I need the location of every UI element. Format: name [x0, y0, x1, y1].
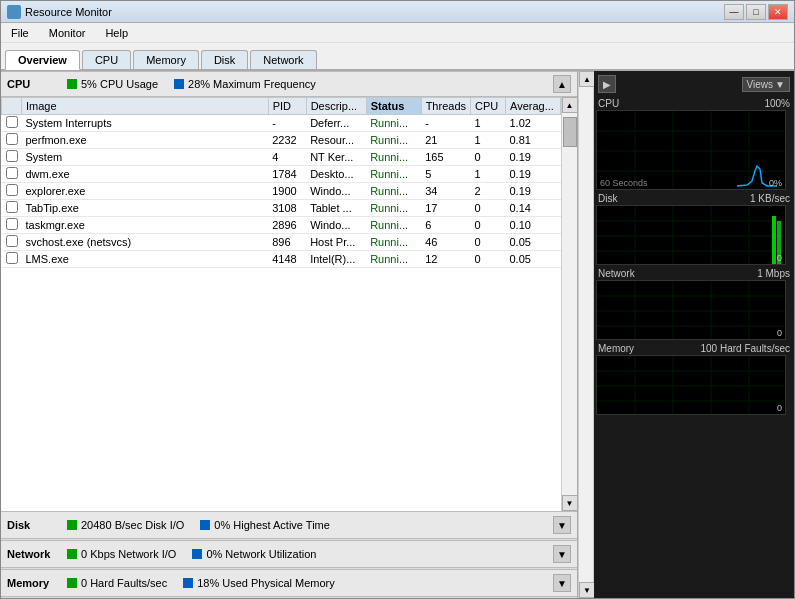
- col-status[interactable]: Status: [366, 98, 421, 115]
- cpu-stats: 5% CPU Usage 28% Maximum Frequency: [67, 78, 553, 90]
- right-panel: ▶ Views ▼ CPU 100%: [594, 71, 794, 598]
- maximize-button[interactable]: □: [746, 4, 766, 20]
- cpu-stat2-text: 28% Maximum Frequency: [188, 78, 316, 90]
- window-title: Resource Monitor: [25, 6, 112, 18]
- main-scroll-track: [579, 87, 593, 582]
- memory-stat2-dot: [183, 578, 193, 588]
- main-window: Resource Monitor — □ ✕ File Monitor Help…: [0, 0, 795, 599]
- cpu-expand-button[interactable]: ▲: [553, 75, 571, 93]
- disk-section: Disk 20480 B/sec Disk I/O 0% Highest Act…: [1, 511, 577, 540]
- memory-stat1-text: 0 Hard Faults/sec: [81, 577, 167, 589]
- scroll-up[interactable]: ▲: [562, 97, 578, 113]
- network-section-header[interactable]: Network 0 Kbps Network I/O 0% Network Ut…: [1, 540, 577, 568]
- network-graph-label: Network: [598, 268, 635, 279]
- memory-section-header[interactable]: Memory 0 Hard Faults/sec 18% Used Physic…: [1, 569, 577, 597]
- col-threads[interactable]: Threads: [421, 98, 470, 115]
- scroll-thumb[interactable]: [563, 117, 577, 147]
- menu-help[interactable]: Help: [99, 25, 134, 41]
- cpu-stat1-text: 5% CPU Usage: [81, 78, 158, 90]
- memory-stats: 0 Hard Faults/sec 18% Used Physical Memo…: [67, 577, 553, 589]
- main-content: CPU 5% CPU Usage 28% Maximum Frequency ▲: [1, 71, 794, 598]
- cpu-graph-header: CPU 100%: [596, 97, 792, 110]
- panel-expand-button[interactable]: ▶: [598, 75, 616, 93]
- cpu-graph: 60 Seconds 0%: [596, 110, 786, 190]
- row-checkbox[interactable]: [6, 235, 18, 247]
- row-checkbox[interactable]: [6, 252, 18, 264]
- col-check[interactable]: [2, 98, 22, 115]
- network-title: Network: [7, 548, 67, 560]
- main-scroll-down[interactable]: ▼: [579, 582, 595, 598]
- network-expand-button[interactable]: ▼: [553, 545, 571, 563]
- row-checkbox[interactable]: [6, 150, 18, 162]
- table-scrollbar[interactable]: ▲ ▼: [561, 97, 577, 511]
- network-graph-value: 1 Mbps: [757, 268, 790, 279]
- tab-overview[interactable]: Overview: [5, 50, 80, 70]
- views-chevron-icon: ▼: [775, 79, 785, 90]
- tab-network[interactable]: Network: [250, 50, 316, 69]
- network-graph-header: Network 1 Mbps: [596, 267, 792, 280]
- memory-graph-section: Memory 100 Hard Faults/sec 0: [596, 342, 792, 415]
- memory-stat2-text: 18% Used Physical Memory: [197, 577, 335, 589]
- network-graph-section: Network 1 Mbps 0: [596, 267, 792, 340]
- memory-stat1-dot: [67, 578, 77, 588]
- col-average[interactable]: Averag...: [506, 98, 561, 115]
- disk-stat1: 20480 B/sec Disk I/O: [67, 519, 184, 531]
- table-row: explorer.exe1900Windo...Runni...3420.19: [2, 183, 561, 200]
- row-checkbox[interactable]: [6, 184, 18, 196]
- disk-expand-button[interactable]: ▼: [553, 516, 571, 534]
- disk-stat1-text: 20480 B/sec Disk I/O: [81, 519, 184, 531]
- disk-stats: 20480 B/sec Disk I/O 0% Highest Active T…: [67, 519, 553, 531]
- col-descrip[interactable]: Descrip...: [306, 98, 366, 115]
- main-scroll-up[interactable]: ▲: [579, 71, 595, 87]
- row-checkbox[interactable]: [6, 133, 18, 145]
- views-label: Views: [747, 79, 774, 90]
- row-checkbox[interactable]: [6, 116, 18, 128]
- disk-stat2: 0% Highest Active Time: [200, 519, 330, 531]
- table-row: System Interrupts-Deferr...Runni...-11.0…: [2, 115, 561, 132]
- tabs-bar: Overview CPU Memory Disk Network: [1, 43, 794, 71]
- table-row: perfmon.exe2232Resour...Runni...2110.81: [2, 132, 561, 149]
- table-row: System4NT Ker...Runni...16500.19: [2, 149, 561, 166]
- window-controls: — □ ✕: [724, 4, 788, 20]
- memory-stat2: 18% Used Physical Memory: [183, 577, 335, 589]
- main-scrollbar: ▲ ▼: [578, 71, 594, 598]
- col-image[interactable]: Image: [22, 98, 269, 115]
- close-button[interactable]: ✕: [768, 4, 788, 20]
- views-button[interactable]: Views ▼: [742, 77, 790, 92]
- tab-memory[interactable]: Memory: [133, 50, 199, 69]
- cpu-section-header[interactable]: CPU 5% CPU Usage 28% Maximum Frequency ▲: [1, 71, 577, 97]
- disk-stat2-dot: [200, 520, 210, 530]
- disk-section-header[interactable]: Disk 20480 B/sec Disk I/O 0% Highest Act…: [1, 511, 577, 539]
- disk-graph-header: Disk 1 KB/sec: [596, 192, 792, 205]
- memory-expand-button[interactable]: ▼: [553, 574, 571, 592]
- row-checkbox[interactable]: [6, 218, 18, 230]
- cpu-section-title: CPU: [7, 78, 67, 90]
- network-section: Network 0 Kbps Network I/O 0% Network Ut…: [1, 540, 577, 569]
- cpu-table: Image PID Descrip... Status Threads CPU …: [1, 97, 561, 268]
- row-checkbox[interactable]: [6, 201, 18, 213]
- cpu-graph-bottom: 0%: [769, 178, 782, 188]
- disk-stat1-dot: [67, 520, 77, 530]
- cpu-stat1-dot: [67, 79, 77, 89]
- col-cpu[interactable]: CPU: [471, 98, 506, 115]
- memory-title: Memory: [7, 577, 67, 589]
- memory-graph-label: Memory: [598, 343, 634, 354]
- col-pid[interactable]: PID: [268, 98, 306, 115]
- row-checkbox[interactable]: [6, 167, 18, 179]
- memory-section: Memory 0 Hard Faults/sec 18% Used Physic…: [1, 569, 577, 598]
- title-bar-left: Resource Monitor: [7, 5, 112, 19]
- right-top-bar: ▶ Views ▼: [596, 73, 792, 97]
- disk-title: Disk: [7, 519, 67, 531]
- minimize-button[interactable]: —: [724, 4, 744, 20]
- network-stat1-dot: [67, 549, 77, 559]
- menu-file[interactable]: File: [5, 25, 35, 41]
- menu-monitor[interactable]: Monitor: [43, 25, 92, 41]
- tab-cpu[interactable]: CPU: [82, 50, 131, 69]
- disk-graph-label: Disk: [598, 193, 617, 204]
- network-stat1: 0 Kbps Network I/O: [67, 548, 176, 560]
- network-stat1-text: 0 Kbps Network I/O: [81, 548, 176, 560]
- network-stat2-text: 0% Network Utilization: [206, 548, 316, 560]
- scroll-down[interactable]: ▼: [562, 495, 578, 511]
- network-graph-grid: [597, 281, 786, 340]
- tab-disk[interactable]: Disk: [201, 50, 248, 69]
